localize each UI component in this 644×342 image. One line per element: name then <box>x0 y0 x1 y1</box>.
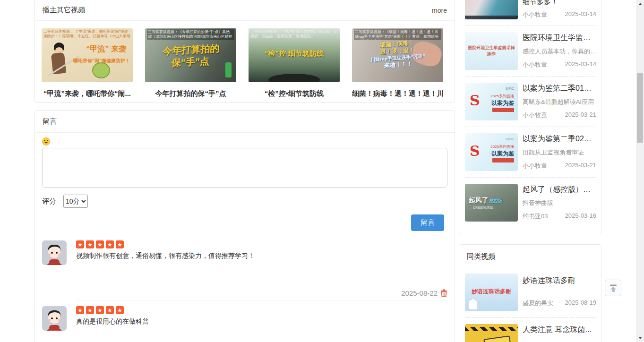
star-icon: ★ <box>86 240 94 248</box>
scrollbar-up-arrow[interactable] <box>636 0 644 8</box>
video-title[interactable]: 医院环境卫生学监测... <box>523 33 596 43</box>
video-meta: 小小牧童 2025-03-14 <box>523 10 596 19</box>
video-title[interactable]: 细节多多！ <box>523 0 596 7</box>
comment-form: 评分 10分 留言 <box>35 133 455 231</box>
thumb-caption: 一等奖获奖视频：《“检”控·细节筑防线》陈苗红、吴妍妍、张晶晶（医学院第二附属医… <box>250 29 338 39</box>
video-item[interactable]: 二等奖获奖视频：《“甲流”来袭，哪吒带你“闹”懂健康防护！》陈颖琳、牛立红、任丽… <box>42 28 133 98</box>
delete-comment-icon[interactable] <box>440 289 447 297</box>
sidebar-video-item[interactable]: 医院环境卫生学监测采样操作 医院环境卫生学监测... 感控人员基本功，你真的会采… <box>465 32 596 70</box>
thumb-text-small: —CRBSI预防篇— <box>470 205 496 210</box>
video-info: 医院环境卫生学监测... 感控人员基本功，你真的会采 小小牧童 2025-03-… <box>523 32 596 70</box>
video-author[interactable]: 约书亚03 <box>523 212 548 221</box>
video-thumbnail[interactable]: 医院环境卫生学监测采样操作 <box>465 32 518 70</box>
star-icon: ★ <box>116 306 124 314</box>
video-author[interactable]: 小小牧童 <box>523 60 547 69</box>
video-info: 起风了（感控版）—... 抖音神曲版 约书亚03 2025-03-16 <box>523 184 596 222</box>
video-title[interactable]: 妙语连珠话多耐 <box>523 276 596 286</box>
video-info: 细节多多！ 小小牧童 2025-03-14 <box>523 0 596 19</box>
video-subtitle: 感控人员基本功，你真的会采 <box>523 47 596 56</box>
video-subtitle: 高晓东&范鹏超解读AI应用 <box>523 98 596 106</box>
comment-textarea[interactable] <box>42 148 447 188</box>
video-subtitle: 抖音神曲版 <box>523 199 596 207</box>
comment-divider <box>76 300 447 300</box>
comment-card: 留言 评分 10分 <box>34 110 455 342</box>
thumb-text: 妙语连珠话多耐 <box>465 288 518 296</box>
more-link[interactable]: more <box>432 7 447 14</box>
video-title[interactable]: 人类注意 耳念珠菌... <box>523 325 596 335</box>
video-title[interactable]: 今年打算拍的保“手”点 <box>145 89 236 98</box>
sidebar-video-item[interactable]: 细节多多！ 小小牧童 2025-03-14 <box>465 0 596 19</box>
player-bar <box>465 16 518 19</box>
thumb-caption: 二等奖获奖视频：《细菌！病毒！退！退！退！川妹rap手卫生洗手“咒语”来啦！！》… <box>354 29 441 40</box>
thumb-text-small: 2025系列直播 <box>490 94 514 99</box>
video-title[interactable]: “甲流”来袭，哪吒带你“闹... <box>42 89 133 98</box>
video-title[interactable]: 以案为鉴第二季02：... <box>523 134 596 144</box>
video-meta: 小小牧童 2025-03-21 <box>523 111 596 120</box>
video-thumbnail[interactable] <box>465 0 518 19</box>
video-author[interactable]: 小小牧童 <box>523 162 547 170</box>
video-author[interactable]: 盛夏的果实 <box>523 299 553 308</box>
video-date: 2025-03-21 <box>565 162 597 170</box>
video-title[interactable]: 起风了（感控版）—... <box>523 185 596 195</box>
section-title: 同类视频 <box>465 245 596 268</box>
list-divider <box>465 127 596 127</box>
thumb-text: 医院环境卫生学监测采样操作 <box>465 45 518 57</box>
video-thumbnail[interactable] <box>465 324 518 342</box>
emoji-row <box>42 137 447 146</box>
soap-bottle <box>225 62 232 77</box>
star-icon: ★ <box>96 306 104 314</box>
thumb-letter: S <box>470 92 480 109</box>
video-thumbnail[interactable]: S SIFIC 2025系列直播 以案为鉴 <box>465 133 518 171</box>
scrollbar-thumb[interactable] <box>637 73 643 143</box>
video-thumbnail[interactable]: 妙语连珠话多耐 <box>465 274 518 311</box>
star-rating: ★ ★ ★ ★ ★ <box>76 306 447 314</box>
sidebar-video-item[interactable]: 人类注意 耳念珠菌... <box>465 324 596 342</box>
avatar <box>42 306 67 331</box>
comment-text: 真的是很用心的在做科普 <box>76 317 447 325</box>
video-thumbnail[interactable]: 一等奖获奖视频：《“检”控·细节筑防线》陈苗红、吴妍妍、张晶晶（医学院第二附属医… <box>249 28 340 82</box>
arrow-up-icon <box>609 284 618 292</box>
star-icon: ★ <box>96 240 104 248</box>
comment-item: ★ ★ ★ ★ ★ 视频制作很有创意，通俗易懂，很有感染力，值得推荐学习！ 20… <box>35 240 455 300</box>
video-title[interactable]: 以案为鉴第二季01：... <box>523 84 596 94</box>
video-title[interactable]: “检”控•细节筑防线 <box>249 89 340 98</box>
video-author[interactable]: 小小牧童 <box>523 111 547 120</box>
video-date: 2025-03-16 <box>565 212 597 221</box>
thumb-caption: 三等奖获奖视频：《今年打算拍的保“手”点》吴艳妮（深圳市南山区慢性病防治院/深圳… <box>147 29 234 40</box>
video-thumbnail[interactable]: 二等奖获奖视频：《细菌！病毒！退！退！退！川妹rap手卫生洗手“咒语”来啦！！》… <box>352 28 443 82</box>
video-item[interactable]: 二等奖获奖视频：《细菌！病毒！退！退！退！川妹rap手卫生洗手“咒语”来啦！！》… <box>352 28 443 98</box>
comment-footer: 2025-08-22 <box>76 289 447 297</box>
sidebar-video-item[interactable]: 起风了感控版 —CRBSI预防篇— 起风了（感控版）—... 抖音神曲版 约书亚… <box>465 184 596 222</box>
comment-date: 2025-08-22 <box>401 289 438 297</box>
video-item[interactable]: 一等奖获奖视频：《“检”控·细节筑防线》陈苗红、吴妍妍、张晶晶（医学院第二附属医… <box>249 28 340 98</box>
sidebar-video-item[interactable]: S SIFIC 2025系列直播 以案为鉴 以案为鉴第二季02：... 田靓从卫… <box>465 133 596 171</box>
back-to-top-button[interactable] <box>605 280 621 296</box>
submit-row: 留言 <box>42 214 447 231</box>
video-title[interactable]: 细菌！病毒！退！退！退！川... <box>352 89 443 98</box>
star-icon: ★ <box>106 306 114 314</box>
thumb-text: 起风了感控版 <box>469 196 502 205</box>
comment-body: ★ ★ ★ ★ ★ 真的是很用心的在做科普 <box>76 306 447 331</box>
video-info: 以案为鉴第二季02：... 田靓从卫监视角看审证 小小牧童 2025-03-21 <box>523 133 596 171</box>
video-thumbnail[interactable]: 起风了感控版 —CRBSI预防篇— <box>465 184 518 222</box>
thumb-headline: 细菌！病毒！ 退！退！退！ 川妹rap手卫生洗手“咒语” 来啦！！！ <box>354 38 441 71</box>
video-date: 2025-03-14 <box>565 10 597 19</box>
emoji-picker-icon[interactable] <box>42 137 50 145</box>
scrollbar[interactable] <box>636 0 644 342</box>
video-author[interactable]: 小小牧童 <box>523 10 547 19</box>
video-info: 人类注意 耳念珠菌... <box>523 324 596 342</box>
sidebar-video-item[interactable]: 妙语连珠话多耐 妙语连珠话多耐 盛夏的果实 2025-08-19 <box>465 274 596 311</box>
video-item[interactable]: 三等奖获奖视频：《今年打算拍的保“手”点》吴艳妮（深圳市南山区慢性病防治院/深圳… <box>145 28 236 98</box>
list-divider <box>465 26 596 26</box>
scrollbar-down-arrow[interactable] <box>636 334 644 342</box>
thumb-headline: “甲流” 来袭 <box>86 44 126 54</box>
thumb-letter: S <box>470 143 480 159</box>
video-thumbnail[interactable]: 三等奖获奖视频：《今年打算拍的保“手”点》吴艳妮（深圳市南山区慢性病防治院/深圳… <box>145 28 236 82</box>
video-thumbnail[interactable]: 二等奖获奖视频：《“甲流”来袭，哪吒带你“闹”懂健康防护！》陈颖琳、牛立红、任丽… <box>42 28 133 82</box>
video-info: 妙语连珠话多耐 盛夏的果实 2025-08-19 <box>523 274 596 311</box>
sidebar-video-item[interactable]: S SIFIC 2025系列直播 以案为鉴 以案为鉴第二季01：... 高晓东&… <box>465 83 596 120</box>
rating-select[interactable]: 10分 <box>63 195 88 208</box>
submit-comment-button[interactable]: 留言 <box>411 214 444 231</box>
video-thumbnail[interactable]: S SIFIC 2025系列直播 以案为鉴 <box>465 83 518 120</box>
uploader-videos-card: 细节多多！ 小小牧童 2025-03-14 医院环境卫生学监测采样操作 医院环境… <box>460 0 601 234</box>
